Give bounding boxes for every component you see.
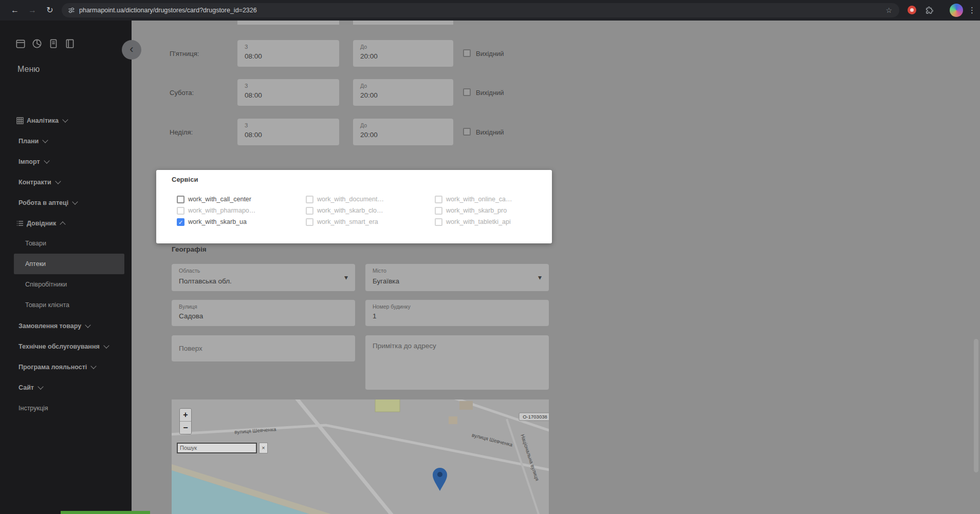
list-icon	[16, 220, 24, 227]
svc-call-center[interactable]: work_with_call_center	[177, 196, 306, 203]
map-building	[375, 399, 400, 412]
extensions-puzzle-icon[interactable]	[925, 6, 933, 16]
checkbox-unchecked[interactable]	[177, 196, 184, 203]
checkbox-checked[interactable]: ✓	[177, 218, 184, 226]
time-from-field[interactable]: З 08:00	[237, 119, 339, 146]
floor-field[interactable]: Поверх	[172, 335, 355, 362]
sidebar-item-instruction[interactable]: Інструкція	[0, 398, 132, 418]
dayoff-checkbox[interactable]	[463, 49, 471, 57]
chevron-down-icon	[91, 363, 97, 369]
services-checkbox-grid: work_with_call_center work_with_document…	[177, 194, 542, 227]
svc-skarb-pro: work_with_skarb_pro	[435, 207, 538, 215]
region-select[interactable]: Область Полтавська обл. ▾	[172, 264, 355, 292]
sidebar-item-goods[interactable]: Товари	[0, 233, 132, 254]
checkbox-disabled	[435, 196, 442, 203]
city-select[interactable]: Місто Бугаївка ▾	[365, 264, 549, 292]
map-building	[449, 416, 457, 424]
day-label: Субота:	[170, 79, 194, 106]
forward-button[interactable]: →	[25, 0, 40, 21]
time-to-field[interactable]: До 20:00	[353, 40, 453, 67]
map-zoom-in-button[interactable]: +	[180, 409, 191, 421]
url-bar[interactable]: pharmapoint.ua/dictionary/drugstores/car…	[62, 3, 899, 17]
services-panel: Сервіси work_with_call_center work_with_…	[156, 170, 552, 243]
bottom-green-strip	[61, 511, 150, 514]
sidebar-item-site[interactable]: Сайт	[0, 377, 132, 398]
schedule-row-sunday: Неділя: З 08:00 До 20:00 Вихідний	[0, 119, 980, 146]
services-title: Сервіси	[172, 176, 198, 183]
sidebar-item-order-goods[interactable]: Замовлення товару	[0, 316, 132, 336]
bookmark-star-icon[interactable]: ☆	[885, 6, 892, 14]
page-scrollbar-thumb[interactable]	[974, 339, 978, 472]
svc-skarb-ua[interactable]: ✓ work_with_skarb_ua	[177, 218, 306, 226]
book-icon[interactable]	[64, 38, 76, 49]
pie-chart-icon[interactable]	[31, 38, 43, 49]
back-button[interactable]: ←	[7, 0, 23, 21]
building-number-field[interactable]: Номер будинку 1	[365, 300, 549, 327]
chevron-down-icon	[62, 117, 68, 122]
dayoff-label: Вихідний	[476, 40, 504, 67]
extension-icon-red[interactable]	[908, 6, 916, 14]
day-label: Неділя:	[170, 119, 193, 146]
map-container[interactable]: О-1703038 вулиця Шевченка вулиця Шевченк…	[172, 399, 549, 514]
checkbox-disabled	[177, 207, 184, 215]
document-icon[interactable]	[48, 38, 59, 49]
time-to-field[interactable]: До 20:00	[353, 119, 453, 146]
sidebar-item-pharmacies[interactable]: Аптеки	[14, 254, 124, 274]
screen: ← → ↻ pharmapoint.ua/dictionary/drugstor…	[0, 0, 980, 514]
sidebar-collapse-button[interactable]: ‹	[122, 40, 141, 60]
street-field[interactable]: Вулиця Садова	[172, 300, 355, 327]
sidebar-item-employees[interactable]: Співробітники	[0, 274, 132, 295]
svc-document: work_with_document…	[306, 196, 435, 203]
sidebar-quick-icons	[15, 38, 76, 49]
svc-tabletki-api: work_with_tabletki_api	[435, 218, 538, 226]
map-search-input[interactable]: Пошук	[177, 443, 257, 453]
sidebar-item-maintenance[interactable]: Технічне обслуговування	[0, 336, 132, 357]
reload-button[interactable]: ↻	[42, 0, 58, 21]
dayoff-checkbox[interactable]	[463, 128, 471, 136]
sidebar-item-analytics[interactable]: Аналітика	[0, 110, 132, 131]
chevron-down-icon	[72, 199, 78, 204]
map-zoom-control: + −	[179, 408, 192, 434]
sidebar-item-plans[interactable]: Плани	[0, 131, 132, 151]
time-from-field[interactable]: З 08:00	[237, 40, 339, 67]
svg-text:О-1703038: О-1703038	[523, 414, 547, 420]
address-note-field[interactable]: Примітка до адресу	[365, 335, 549, 390]
sidebar-item-import[interactable]: Імпорт	[0, 151, 132, 172]
svc-online-cash: work_with_online_ca…	[435, 196, 538, 203]
map-building	[459, 401, 473, 410]
checkbox-disabled	[435, 218, 442, 226]
sidebar-item-contracts[interactable]: Контракти	[0, 172, 132, 193]
browser-menu-icon[interactable]: ⋮	[968, 0, 976, 21]
chevron-down-icon	[55, 178, 61, 184]
map-zoom-out-button[interactable]: −	[180, 421, 191, 434]
profile-avatar[interactable]	[950, 4, 963, 17]
menu-title: Меню	[17, 65, 40, 74]
svc-smart-era: work_with_smart_era	[306, 218, 435, 226]
time-from-field[interactable]: З 08:00	[237, 79, 339, 106]
sidebar-item-pharmacy-work[interactable]: Робота в аптеці	[0, 193, 132, 213]
day-label: П'ятниця:	[170, 40, 199, 67]
checkbox-disabled	[306, 196, 313, 203]
chevron-down-icon	[44, 158, 49, 163]
chevron-down-icon	[38, 384, 43, 389]
time-to-field[interactable]: До 20:00	[353, 79, 453, 106]
clipped-schedule-field	[237, 21, 339, 25]
browser-toolbar: ← → ↻ pharmapoint.ua/dictionary/drugstor…	[0, 0, 980, 21]
checkbox-disabled	[306, 207, 313, 215]
map-search-clear-button[interactable]: ×	[259, 443, 268, 453]
sidebar-item-dictionary[interactable]: Довідник	[0, 213, 132, 234]
sidebar: Меню Аналітика Плани Імпорт Контракти	[0, 21, 132, 514]
chevron-down-icon	[42, 137, 48, 143]
chevron-down-icon: ▾	[344, 273, 348, 281]
site-settings-icon[interactable]	[68, 7, 75, 14]
window-icon[interactable]	[15, 38, 26, 49]
sidebar-item-client-goods[interactable]: Товари клієнта	[0, 295, 132, 315]
schedule-row-saturday: Субота: З 08:00 До 20:00 Вихідний	[0, 79, 980, 106]
chevron-down-icon	[85, 322, 90, 328]
dayoff-checkbox[interactable]	[463, 88, 471, 96]
url-text: pharmapoint.ua/dictionary/drugstores/car…	[79, 7, 257, 14]
dayoff-label: Вихідний	[476, 79, 504, 106]
sidebar-item-loyalty[interactable]: Програма лояльності	[0, 357, 132, 377]
clipped-schedule-field	[353, 21, 453, 25]
chevron-down-icon	[103, 342, 109, 348]
